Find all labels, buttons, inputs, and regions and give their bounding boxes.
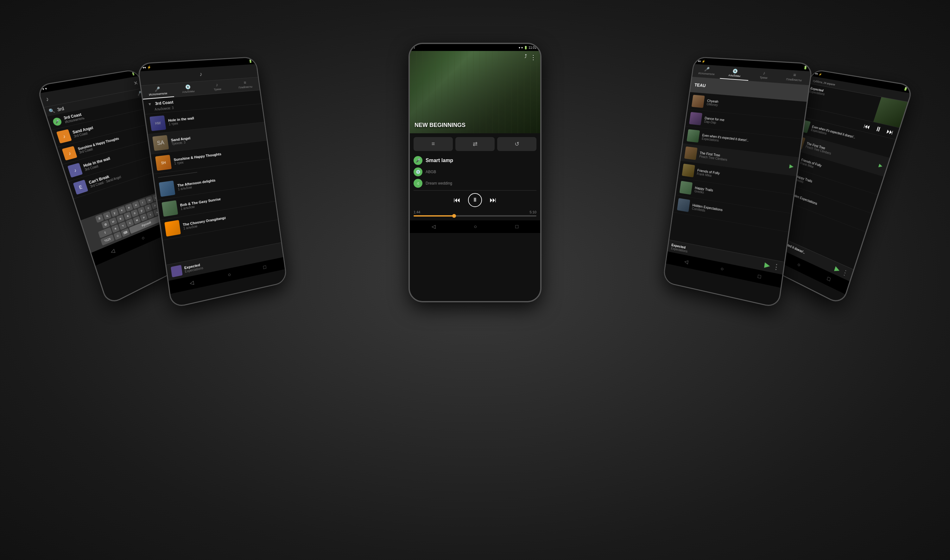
kb-key[interactable]: п (131, 209, 139, 217)
share-icon-3[interactable]: ⤴ (524, 54, 527, 61)
mini-more-4[interactable]: ⋮ (772, 262, 781, 272)
pause-mini-5[interactable]: ⏸ (874, 125, 883, 134)
music-note-icon-1: ♪ (45, 95, 50, 103)
search-value-1[interactable]: 3rd (56, 106, 65, 112)
player-controls-3: ≡ ⇄ ↺ 🎤 Smart lamp (410, 133, 540, 220)
recents-btn-5[interactable]: □ (827, 275, 831, 282)
overflow-icon-3[interactable]: ⋮ (530, 54, 536, 61)
battery-2: 🔋 (248, 59, 252, 63)
recents-btn-4[interactable]: □ (758, 273, 761, 280)
wifi-2: ▾▾ (143, 66, 146, 69)
kb-key[interactable]: г (139, 198, 146, 206)
kb-key[interactable]: с (126, 218, 134, 227)
kb-key[interactable]: н (132, 201, 140, 209)
home-btn-2[interactable]: ○ (227, 271, 231, 278)
back-btn-2[interactable]: ◁ (189, 279, 194, 286)
mini-play-4[interactable]: ▶ (764, 260, 770, 270)
home-btn-4[interactable]: ○ (721, 266, 724, 272)
tab-playlists-2[interactable]: ≡ Плейлисты (231, 77, 260, 92)
kb-key[interactable]: в (116, 214, 125, 223)
playing-icon-4-3: ▶ (789, 162, 794, 169)
playlists-icon-4: ≡ (793, 72, 796, 78)
mini-play-5[interactable]: ▶ (834, 264, 841, 274)
repeat-btn-3[interactable]: ↺ (497, 137, 536, 151)
home-btn-1[interactable]: ○ (141, 235, 145, 241)
recents-btn-3[interactable]: □ (516, 224, 519, 229)
track-album-3: ABGB (426, 170, 436, 174)
kb-key[interactable]: р (137, 206, 145, 215)
shuffle-btn-3[interactable]: ⇄ (455, 137, 495, 151)
back-btn-4[interactable]: ◁ (684, 258, 689, 265)
kb-key[interactable]: ы (109, 217, 117, 226)
phone-3-main: ♪ ▾ ▾ 🔋 11:01 ⤴ ⋮ NEW BEGINNI (408, 43, 542, 302)
prev-btn-3[interactable]: ⏮ (453, 196, 460, 204)
kb-key[interactable]: й (95, 214, 104, 223)
kb-key[interactable]: м (133, 216, 141, 225)
tracks-icon-2: ♪ (216, 82, 218, 87)
tab-tracks-label-2: Треки (214, 88, 221, 91)
tab-tracks-4[interactable]: ♪ Треки (748, 68, 780, 83)
recents-btn-2[interactable]: □ (263, 264, 266, 270)
tab-albums-4[interactable]: 💿 Альбомы (720, 66, 750, 80)
kb-key[interactable]: и (140, 213, 148, 221)
battery-5: 🔋 (903, 86, 908, 91)
albums-icon-4: 💿 (732, 68, 738, 74)
tab-albums-label-2: Альбомы (182, 89, 195, 93)
song-text-4-6: Hidden Expectations Cornfields (691, 203, 723, 215)
tab-artists-4[interactable]: 🎤 Исполнители (692, 64, 721, 78)
tab-albums-2[interactable]: 💿 Альбомы (172, 81, 203, 97)
music-status-3: ♪ (414, 46, 415, 49)
kb-key[interactable]: к (117, 206, 126, 214)
album-thumb-2-1: SA (152, 135, 169, 151)
prev-mini-5[interactable]: ⏮ (863, 122, 871, 131)
kb-key[interactable]: ш (146, 195, 153, 203)
home-btn-5[interactable]: ○ (797, 262, 801, 268)
mini-more-5[interactable]: ⋮ (841, 267, 850, 278)
track-album-icon-3: 💿 (414, 168, 422, 176)
artist-name-2: 3rd Coast (155, 100, 174, 106)
kb-key[interactable]: ч (119, 221, 127, 230)
kb-key[interactable]: у (110, 209, 119, 217)
result-icon-1-4: E (73, 180, 88, 195)
song-text-4-0: Chyeah GMoney (707, 98, 719, 106)
song-thumb-4-3 (684, 146, 697, 160)
result-icon-1-1: ♪ (56, 129, 72, 143)
kb-key[interactable]: т (146, 211, 154, 219)
kb-key[interactable]: ф (101, 220, 110, 229)
album-thumb-2-3 (159, 180, 175, 197)
back-btn-3[interactable]: ◁ (432, 223, 436, 229)
mic-glyph: 🎤 (55, 119, 60, 123)
song-thumb-4-5 (679, 181, 693, 195)
next-mini-5[interactable]: ⏭ (886, 127, 895, 136)
progress-fill-3 (414, 215, 454, 217)
kb-key[interactable]: е (125, 203, 133, 211)
mic-inner-3: 🎤 (416, 158, 420, 163)
albums-list-2: HW Hole in the wall 1 трек SA Sand Angel… (145, 103, 281, 265)
play-pause-btn-3[interactable]: ⏸ (468, 193, 482, 207)
artists-icon-4: 🎤 (704, 66, 710, 72)
wifi-5: ▾▾ (815, 72, 818, 75)
shuffle-icon-3: ⇄ (473, 140, 477, 148)
kb-key[interactable]: о (145, 204, 152, 212)
song-text-4-5: Happy Trails Greeks (694, 186, 713, 195)
status-icons-left-1: ▾ ▾ (42, 86, 48, 91)
song-text-4-1: Dance for me Dap-Dap (704, 116, 725, 125)
progress-bar-3[interactable] (414, 215, 536, 217)
close-icon-1[interactable]: ✕ (133, 80, 139, 86)
kb-emoji[interactable]: ☺ (113, 231, 122, 240)
tab-playlists-4[interactable]: ≡ Плейлисты (778, 69, 811, 85)
next-btn-3[interactable]: ⏭ (490, 196, 497, 204)
tab-artists-2[interactable]: 🎤 Исполнители (141, 83, 174, 99)
playlist-btn-3[interactable]: ≡ (414, 137, 453, 151)
time-3: 11:01 (528, 46, 536, 49)
tab-tracks-2[interactable]: ♪ Треки (202, 79, 232, 94)
album-thumb-2-5 (164, 220, 181, 237)
track-mic-icon-3: 🎤 (414, 156, 422, 165)
tab-tracks-label-4: Треки (759, 75, 768, 80)
kb-key[interactable]: ц (103, 211, 111, 220)
home-btn-3[interactable]: ○ (474, 224, 477, 229)
expand-arrow-2[interactable]: ▼ (148, 102, 152, 106)
kb-key[interactable]: а (123, 211, 132, 220)
result-icon-1-0: 🎤 (52, 117, 62, 126)
back-btn-1[interactable]: ◁ (109, 247, 115, 255)
